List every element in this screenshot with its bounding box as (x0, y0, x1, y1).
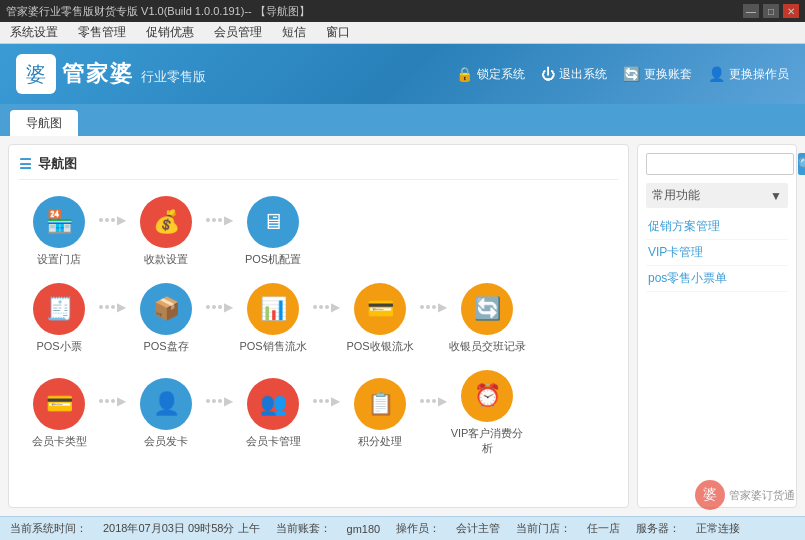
maximize-button[interactable]: □ (763, 4, 779, 18)
datetime-label: 当前系统时间： (10, 521, 87, 536)
nav-item-pos-sales[interactable]: 📊 POS销售流水 (233, 283, 313, 354)
func-item-2[interactable]: pos零售小票单 (646, 266, 788, 292)
nav-item-pos-inventory[interactable]: 📦 POS盘存 (126, 283, 206, 354)
payment-settings-label: 收款设置 (144, 252, 188, 267)
operator-label: 操作员： (396, 521, 440, 536)
tab-navigation-label: 导航图 (26, 115, 62, 132)
menu-retail-manage[interactable]: 零售管理 (74, 22, 130, 43)
menu-members[interactable]: 会员管理 (210, 22, 266, 43)
nav-item-cashier-shift[interactable]: 🔄 收银员交班记录 (447, 283, 527, 354)
set-store-label: 设置门店 (37, 252, 81, 267)
logo-sub-text: 行业零售版 (141, 69, 206, 84)
header-actions: 🔒 锁定系统 ⏻ 退出系统 🔄 更换账套 👤 更换操作员 (456, 66, 789, 83)
lock-icon: 🔒 (456, 66, 473, 82)
menu-promotions[interactable]: 促销优惠 (142, 22, 198, 43)
nav-panel-title: ☰ 导航图 (19, 155, 618, 180)
nav-row-3: 💳 会员卡类型 ▶ 👤 会员发卡 ▶ 👥 会员卡管理 (19, 370, 618, 456)
nav-panel: ☰ 导航图 🏪 设置门店 ▶ 💰 收款设置 ▶ (8, 144, 629, 508)
datetime-value: 2018年07月03日 09时58分 上午 (103, 521, 260, 536)
pos-sales-label: POS销售流水 (239, 339, 306, 354)
member-issue-label: 会员发卡 (144, 434, 188, 449)
switch-operator-button[interactable]: 👤 更换操作员 (708, 66, 789, 83)
server-value: 正常连接 (696, 521, 740, 536)
nav-item-points[interactable]: 📋 积分处理 (340, 378, 420, 449)
logout-button[interactable]: ⏻ 退出系统 (541, 66, 607, 83)
nav-item-set-store[interactable]: 🏪 设置门店 (19, 196, 99, 267)
nav-item-member-manage[interactable]: 👥 会员卡管理 (233, 378, 313, 449)
logo-main-text: 管家婆 (62, 61, 134, 86)
search-bar: 🔍 ⚙ (646, 153, 788, 175)
pos-inventory-icon: 📦 (140, 283, 192, 335)
pos-config-label: POS机配置 (245, 252, 301, 267)
pos-receipt-icon: 🧾 (33, 283, 85, 335)
title-bar-text: 管家婆行业零售版财货专版 V1.0(Build 1.0.0.191)-- 【导航… (6, 4, 310, 19)
logo-area: 婆 管家婆 行业零售版 (16, 54, 206, 94)
logout-label: 退出系统 (559, 66, 607, 83)
connector-3: ▶ (99, 300, 126, 338)
menu-system-settings[interactable]: 系统设置 (6, 22, 62, 43)
title-bar: 管家婆行业零售版财货专版 V1.0(Build 1.0.0.191)-- 【导航… (0, 0, 805, 22)
refresh-icon: 🔄 (623, 66, 640, 82)
nav-item-pos-config[interactable]: 🖥 POS机配置 (233, 196, 313, 267)
nav-item-member-issue[interactable]: 👤 会员发卡 (126, 378, 206, 449)
account-label: 当前账套： (276, 521, 331, 536)
nav-item-payment-settings[interactable]: 💰 收款设置 (126, 196, 206, 267)
watermark-text: 管家婆订货通 (729, 488, 795, 503)
watermark-icon: 婆 (695, 480, 725, 510)
member-type-label: 会员卡类型 (32, 434, 87, 449)
tab-navigation[interactable]: 导航图 (10, 110, 78, 136)
logout-icon: ⏻ (541, 66, 555, 82)
menu-sms[interactable]: 短信 (278, 22, 310, 43)
operator-value: 会计主管 (456, 521, 500, 536)
user-icon: 👤 (708, 66, 725, 82)
pos-inventory-label: POS盘存 (143, 339, 188, 354)
account-value: gm180 (347, 523, 381, 535)
status-bar: 当前系统时间： 2018年07月03日 09时58分 上午 当前账套： gm18… (0, 516, 805, 540)
main-content: ☰ 导航图 🏪 设置门店 ▶ 💰 收款设置 ▶ (0, 136, 805, 516)
points-icon: 📋 (354, 378, 406, 430)
nav-item-pos-cashflow[interactable]: 💳 POS收银流水 (340, 283, 420, 354)
member-issue-icon: 👤 (140, 378, 192, 430)
set-store-icon: 🏪 (33, 196, 85, 248)
member-manage-icon: 👥 (247, 378, 299, 430)
points-label: 积分处理 (358, 434, 402, 449)
nav-item-pos-receipt[interactable]: 🧾 POS小票 (19, 283, 99, 354)
nav-section-pos: 🧾 POS小票 ▶ 📦 POS盘存 ▶ 📊 POS销售流水 (19, 283, 618, 354)
func-list: 促销方案管理 VIP卡管理 pos零售小票单 (646, 214, 788, 292)
search-button[interactable]: 🔍 (798, 153, 805, 175)
store-label: 当前门店： (516, 521, 571, 536)
close-button[interactable]: ✕ (783, 4, 799, 18)
switch-account-button[interactable]: 🔄 更换账套 (623, 66, 692, 83)
nav-section-member: 💳 会员卡类型 ▶ 👤 会员发卡 ▶ 👥 会员卡管理 (19, 370, 618, 456)
connector-2: ▶ (206, 213, 233, 251)
lock-label: 锁定系统 (477, 66, 525, 83)
menu-window[interactable]: 窗口 (322, 22, 354, 43)
watermark: 婆 管家婆订货通 (695, 480, 795, 510)
pos-config-icon: 🖥 (247, 196, 299, 248)
connector-1: ▶ (99, 213, 126, 251)
logo-icon: 婆 (16, 54, 56, 94)
member-type-icon: 💳 (33, 378, 85, 430)
switch-operator-label: 更换操作员 (729, 66, 789, 83)
logo-char: 婆 (26, 61, 46, 88)
common-func-header[interactable]: 常用功能 ▼ (646, 183, 788, 208)
header: 婆 管家婆 行业零售版 🔒 锁定系统 ⏻ 退出系统 🔄 更换账套 👤 更换操作员 (0, 44, 805, 104)
search-input[interactable] (646, 153, 794, 175)
connector-9: ▶ (313, 394, 340, 432)
pos-cashflow-label: POS收银流水 (346, 339, 413, 354)
menu-bar: 系统设置 零售管理 促销优惠 会员管理 短信 窗口 (0, 22, 805, 44)
nav-item-vip-analysis[interactable]: ⏰ VIP客户消费分析 (447, 370, 527, 456)
payment-settings-icon: 💰 (140, 196, 192, 248)
nav-row-2: 🧾 POS小票 ▶ 📦 POS盘存 ▶ 📊 POS销售流水 (19, 283, 618, 354)
nav-section-store: 🏪 设置门店 ▶ 💰 收款设置 ▶ 🖥 POS机配置 (19, 196, 618, 267)
dropdown-icon: ▼ (770, 189, 782, 203)
right-sidebar: 🔍 ⚙ 常用功能 ▼ 促销方案管理 VIP卡管理 pos零售小票单 (637, 144, 797, 508)
lock-system-button[interactable]: 🔒 锁定系统 (456, 66, 525, 83)
minimize-button[interactable]: — (743, 4, 759, 18)
vip-analysis-icon: ⏰ (461, 370, 513, 422)
cashier-shift-icon: 🔄 (461, 283, 513, 335)
nav-item-member-type[interactable]: 💳 会员卡类型 (19, 378, 99, 449)
func-item-0[interactable]: 促销方案管理 (646, 214, 788, 240)
store-value: 任一店 (587, 521, 620, 536)
func-item-1[interactable]: VIP卡管理 (646, 240, 788, 266)
